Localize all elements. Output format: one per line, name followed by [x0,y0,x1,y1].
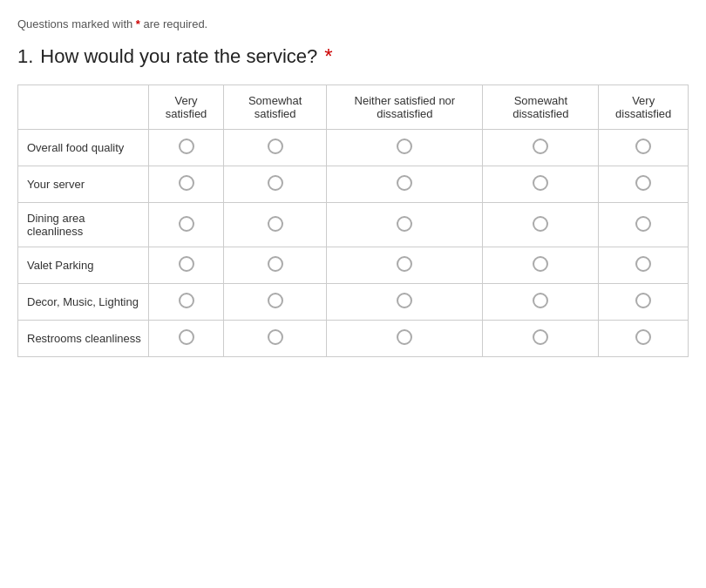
radio-button[interactable] [179,329,194,345]
radio-cell[interactable] [327,203,483,247]
row-label: Dining area cleanliness [18,203,149,247]
radio-button[interactable] [635,256,651,272]
radio-button[interactable] [268,256,283,272]
radio-cell[interactable] [327,284,483,321]
radio-cell[interactable] [149,321,224,357]
radio-cell[interactable] [599,247,689,284]
radio-cell[interactable] [327,321,483,357]
radio-button[interactable] [268,293,283,308]
radio-cell[interactable] [149,284,224,321]
radio-button[interactable] [533,175,548,191]
radio-button[interactable] [179,293,194,308]
radio-button[interactable] [397,329,412,345]
table-row: Overall food quality [18,130,689,166]
radio-cell[interactable] [149,247,224,284]
column-header-very-dissatisfied: Very dissatisfied [599,85,689,130]
radio-cell[interactable] [224,247,327,284]
radio-cell[interactable] [224,203,327,247]
table-row: Valet Parking [18,247,689,284]
radio-button[interactable] [268,139,283,154]
rating-table: Very satisfied Somewhat satisfied Neithe… [17,84,689,357]
radio-cell[interactable] [483,130,599,166]
radio-button[interactable] [533,139,548,154]
radio-button[interactable] [533,329,548,345]
radio-button[interactable] [635,293,651,308]
radio-cell[interactable] [483,247,599,284]
row-label: Your server [18,166,149,203]
column-header-very-satisfied: Very satisfied [149,85,224,130]
row-label: Decor, Music, Lighting [18,284,149,321]
radio-button[interactable] [397,175,412,191]
table-row: Decor, Music, Lighting [18,284,689,321]
radio-cell[interactable] [599,203,689,247]
question-text: How would you rate the service? [40,45,317,68]
radio-button[interactable] [397,139,412,154]
radio-button[interactable] [397,216,412,232]
radio-cell[interactable] [224,321,327,357]
radio-button[interactable] [397,256,412,272]
radio-button[interactable] [635,175,651,191]
radio-cell[interactable] [224,130,327,166]
radio-button[interactable] [533,256,548,272]
column-header-somewhat-dissatisfied: Somewaht dissatisfied [483,85,599,130]
question-number: 1. [17,45,33,68]
radio-cell[interactable] [483,166,599,203]
column-header-neither: Neither satisfied nor dissatisfied [327,85,483,130]
radio-cell[interactable] [224,166,327,203]
radio-button[interactable] [635,139,651,154]
question-title: 1. How would you rate the service? * [17,44,689,69]
table-row: Dining area cleanliness [18,203,689,247]
row-label: Overall food quality [18,130,149,166]
required-note: Questions marked with * are required. [17,17,689,30]
radio-button[interactable] [179,216,194,232]
radio-cell[interactable] [149,130,224,166]
radio-cell[interactable] [483,284,599,321]
radio-cell[interactable] [327,166,483,203]
radio-cell[interactable] [599,130,689,166]
radio-button[interactable] [397,293,412,308]
radio-cell[interactable] [327,247,483,284]
table-row: Your server [18,166,689,203]
radio-button[interactable] [635,329,651,345]
radio-button[interactable] [268,329,283,345]
radio-cell[interactable] [224,284,327,321]
row-label: Valet Parking [18,247,149,284]
radio-cell[interactable] [327,130,483,166]
radio-cell[interactable] [599,284,689,321]
radio-cell[interactable] [149,166,224,203]
column-header-somewhat-satisfied: Somewhat satisfied [224,85,327,130]
radio-button[interactable] [268,175,283,191]
radio-button[interactable] [179,175,194,191]
radio-button[interactable] [268,216,283,232]
radio-button[interactable] [533,216,548,232]
radio-cell[interactable] [483,203,599,247]
question-required-star: * [324,44,332,69]
radio-cell[interactable] [149,203,224,247]
table-row: Restrooms cleanliness [18,321,689,357]
radio-cell[interactable] [599,321,689,357]
radio-button[interactable] [533,293,548,308]
radio-cell[interactable] [483,321,599,357]
radio-button[interactable] [179,256,194,272]
radio-cell[interactable] [599,166,689,203]
column-header-empty [18,85,149,130]
row-label: Restrooms cleanliness [18,321,149,357]
radio-button[interactable] [179,139,194,154]
radio-button[interactable] [635,216,651,232]
